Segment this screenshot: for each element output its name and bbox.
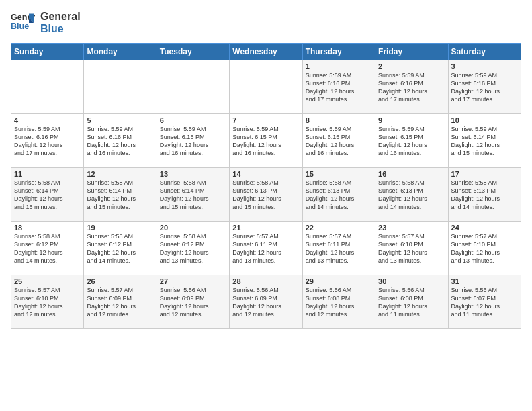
day-number: 15 [306,170,372,178]
calendar-cell: 25Sunrise: 5:57 AM Sunset: 6:10 PM Dayli… [11,275,84,329]
day-info: Sunrise: 5:58 AM Sunset: 6:12 PM Dayligh… [14,232,81,265]
calendar-cell [230,60,302,114]
calendar-cell: 20Sunrise: 5:58 AM Sunset: 6:12 PM Dayli… [157,222,229,275]
col-header-thursday: Thursday [302,44,375,60]
day-number: 2 [378,62,445,71]
day-info: Sunrise: 5:59 AM Sunset: 6:15 PM Dayligh… [160,125,226,158]
calendar-cell: 24Sunrise: 5:57 AM Sunset: 6:10 PM Dayli… [448,222,521,275]
calendar-cell: 7Sunrise: 5:59 AM Sunset: 6:15 PM Daylig… [230,114,302,168]
day-number: 29 [306,277,372,285]
day-number: 1 [306,62,372,71]
day-number: 25 [14,277,81,285]
calendar-cell [157,60,229,114]
day-info: Sunrise: 5:59 AM Sunset: 6:16 PM Dayligh… [14,125,81,158]
calendar-cell: 30Sunrise: 5:56 AM Sunset: 6:08 PM Dayli… [375,275,448,329]
calendar-cell [84,60,157,114]
logo: General Blue General Blue [11,11,81,35]
day-info: Sunrise: 5:58 AM Sunset: 6:14 PM Dayligh… [14,179,81,212]
day-info: Sunrise: 5:59 AM Sunset: 6:15 PM Dayligh… [306,125,372,158]
day-info: Sunrise: 5:56 AM Sunset: 6:08 PM Dayligh… [378,286,445,319]
calendar-cell: 14Sunrise: 5:58 AM Sunset: 6:13 PM Dayli… [230,168,302,222]
calendar-week-row: 11Sunrise: 5:58 AM Sunset: 6:14 PM Dayli… [11,168,521,222]
day-number: 11 [14,170,81,178]
calendar-cell: 16Sunrise: 5:58 AM Sunset: 6:13 PM Dayli… [375,168,448,222]
day-number: 8 [306,116,372,124]
day-number: 9 [378,116,445,124]
day-number: 23 [378,224,445,232]
col-header-monday: Monday [84,44,157,60]
day-number: 21 [232,224,299,232]
day-number: 12 [87,170,153,178]
day-info: Sunrise: 5:58 AM Sunset: 6:13 PM Dayligh… [232,179,299,212]
calendar-cell: 8Sunrise: 5:59 AM Sunset: 6:15 PM Daylig… [302,114,375,168]
logo-text-blue: Blue [40,23,81,35]
day-info: Sunrise: 5:57 AM Sunset: 6:11 PM Dayligh… [232,232,299,265]
day-info: Sunrise: 5:58 AM Sunset: 6:13 PM Dayligh… [451,179,518,212]
calendar-week-row: 18Sunrise: 5:58 AM Sunset: 6:12 PM Dayli… [11,222,521,275]
day-info: Sunrise: 5:56 AM Sunset: 6:09 PM Dayligh… [160,286,226,319]
day-info: Sunrise: 5:58 AM Sunset: 6:13 PM Dayligh… [306,179,372,212]
day-number: 6 [160,116,226,124]
calendar-cell: 19Sunrise: 5:58 AM Sunset: 6:12 PM Dayli… [84,222,157,275]
col-header-saturday: Saturday [448,44,521,60]
day-number: 18 [14,224,81,232]
day-number: 24 [451,224,518,232]
calendar-cell: 15Sunrise: 5:58 AM Sunset: 6:13 PM Dayli… [302,168,375,222]
day-info: Sunrise: 5:59 AM Sunset: 6:14 PM Dayligh… [451,125,518,158]
day-number: 20 [160,224,226,232]
day-info: Sunrise: 5:58 AM Sunset: 6:12 PM Dayligh… [87,232,153,265]
day-info: Sunrise: 5:58 AM Sunset: 6:12 PM Dayligh… [160,232,226,265]
col-header-sunday: Sunday [11,44,84,60]
col-header-friday: Friday [375,44,448,60]
day-number: 22 [306,224,372,232]
day-info: Sunrise: 5:56 AM Sunset: 6:09 PM Dayligh… [232,286,299,319]
day-number: 19 [87,224,153,232]
day-number: 28 [232,277,299,285]
day-info: Sunrise: 5:57 AM Sunset: 6:10 PM Dayligh… [451,232,518,265]
calendar-cell: 18Sunrise: 5:58 AM Sunset: 6:12 PM Dayli… [11,222,84,275]
day-info: Sunrise: 5:56 AM Sunset: 6:08 PM Dayligh… [306,286,372,319]
day-number: 30 [378,277,445,285]
calendar-cell: 11Sunrise: 5:58 AM Sunset: 6:14 PM Dayli… [11,168,84,222]
calendar-cell: 31Sunrise: 5:56 AM Sunset: 6:07 PM Dayli… [448,275,521,329]
calendar-week-row: 25Sunrise: 5:57 AM Sunset: 6:10 PM Dayli… [11,275,521,329]
day-info: Sunrise: 5:59 AM Sunset: 6:15 PM Dayligh… [232,125,299,158]
day-number: 5 [87,116,153,124]
day-info: Sunrise: 5:59 AM Sunset: 6:15 PM Dayligh… [378,125,445,158]
page-header: General Blue General Blue [11,11,521,35]
day-info: Sunrise: 5:58 AM Sunset: 6:14 PM Dayligh… [87,179,153,212]
calendar-week-row: 4Sunrise: 5:59 AM Sunset: 6:16 PM Daylig… [11,114,521,168]
calendar-cell: 17Sunrise: 5:58 AM Sunset: 6:13 PM Dayli… [448,168,521,222]
day-info: Sunrise: 5:57 AM Sunset: 6:09 PM Dayligh… [87,286,153,319]
day-number: 7 [232,116,299,124]
logo-text-general: General [40,11,81,23]
calendar-cell: 4Sunrise: 5:59 AM Sunset: 6:16 PM Daylig… [11,114,84,168]
calendar-cell: 21Sunrise: 5:57 AM Sunset: 6:11 PM Dayli… [230,222,302,275]
calendar-cell: 3Sunrise: 5:59 AM Sunset: 6:16 PM Daylig… [448,60,521,114]
calendar-table: SundayMondayTuesdayWednesdayThursdayFrid… [11,43,521,329]
day-info: Sunrise: 5:58 AM Sunset: 6:13 PM Dayligh… [378,179,445,212]
col-header-wednesday: Wednesday [230,44,302,60]
day-number: 16 [378,170,445,178]
calendar-cell: 1Sunrise: 5:59 AM Sunset: 6:16 PM Daylig… [302,60,375,114]
day-number: 13 [160,170,226,178]
day-number: 4 [14,116,81,124]
day-info: Sunrise: 5:57 AM Sunset: 6:10 PM Dayligh… [378,232,445,265]
day-info: Sunrise: 5:57 AM Sunset: 6:11 PM Dayligh… [306,232,372,265]
calendar-cell: 26Sunrise: 5:57 AM Sunset: 6:09 PM Dayli… [84,275,157,329]
calendar-cell: 28Sunrise: 5:56 AM Sunset: 6:09 PM Dayli… [230,275,302,329]
calendar-week-row: 1Sunrise: 5:59 AM Sunset: 6:16 PM Daylig… [11,60,521,114]
day-info: Sunrise: 5:59 AM Sunset: 6:16 PM Dayligh… [306,71,372,104]
day-info: Sunrise: 5:56 AM Sunset: 6:07 PM Dayligh… [451,286,518,319]
day-number: 17 [451,170,518,178]
calendar-cell: 27Sunrise: 5:56 AM Sunset: 6:09 PM Dayli… [157,275,229,329]
calendar-cell: 5Sunrise: 5:59 AM Sunset: 6:16 PM Daylig… [84,114,157,168]
day-info: Sunrise: 5:57 AM Sunset: 6:10 PM Dayligh… [14,286,81,319]
calendar-header-row: SundayMondayTuesdayWednesdayThursdayFrid… [11,44,521,60]
day-number: 10 [451,116,518,124]
col-header-tuesday: Tuesday [157,44,229,60]
day-info: Sunrise: 5:58 AM Sunset: 6:14 PM Dayligh… [160,179,226,212]
calendar-cell: 13Sunrise: 5:58 AM Sunset: 6:14 PM Dayli… [157,168,229,222]
day-number: 3 [451,62,518,71]
calendar-cell: 2Sunrise: 5:59 AM Sunset: 6:16 PM Daylig… [375,60,448,114]
